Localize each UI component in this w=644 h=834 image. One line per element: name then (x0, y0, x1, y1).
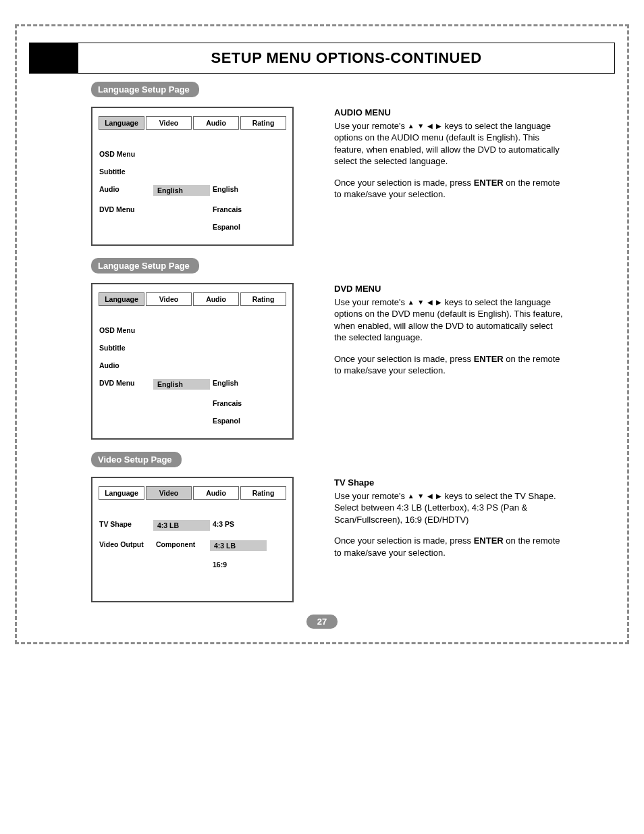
menu-item-osd: OSD Menu (99, 326, 153, 334)
menu-body: OSD Menu Subtitle Audio English English … (98, 150, 287, 231)
menu-screenshot-audio: Language Video Audio Rating OSD Menu Sub… (91, 107, 294, 246)
arrow-keys-icon: ▲ ▼ ◀ ▶ (408, 492, 442, 501)
menu-tabs: Language Video Audio Rating (98, 486, 287, 500)
menu-tab-audio: Audio (193, 486, 239, 500)
menu-item-osd: OSD Menu (99, 150, 153, 158)
menu-tab-language: Language (99, 486, 144, 500)
page-title: SETUP MENU OPTIONS-CONTINUED (78, 43, 614, 73)
menu-tab-video: Video (146, 116, 192, 130)
menu-tabs: Language Video Audio Rating (98, 292, 287, 306)
menu-tabs: Language Video Audio Rating (98, 116, 287, 130)
page-number: 27 (306, 615, 338, 629)
menu-item-subtitle: Subtitle (99, 167, 153, 176)
menu-tab-language: Language (99, 116, 144, 130)
menu-tab-video: Video (146, 292, 192, 306)
section-tab-language-2: Language Setup Page (91, 258, 199, 273)
menu-value-dvd: English (153, 379, 210, 390)
menu-item-dvd: DVD Menu (99, 205, 153, 213)
arrow-keys-icon: ▲ ▼ ◀ ▶ (408, 122, 442, 131)
desc-p1-audio: Use your remote's ▲ ▼ ◀ ▶ keys to select… (334, 120, 564, 167)
menu-item-subtitle: Subtitle (99, 344, 153, 352)
desc-p2-video: Once your selection is made, press ENTER… (334, 535, 564, 558)
section-row-1: Language Video Audio Rating OSD Menu Sub… (17, 107, 627, 246)
desc-heading-audio: AUDIO MENU (334, 107, 564, 119)
section-row-3: Language Video Audio Rating TV Shape 4:3… (17, 477, 627, 602)
menu-body: OSD Menu Subtitle Audio DVD Menu English… (98, 326, 287, 425)
menu-option-43lb: 4:3 LB (210, 540, 267, 551)
page-number-wrap: 27 (17, 615, 627, 629)
section-tab-video: Video Setup Page (91, 452, 182, 467)
menu-tab-rating: Rating (240, 292, 286, 306)
section-tab-language-1: Language Setup Page (91, 82, 199, 97)
desc-p1-dvd: Use your remote's ▲ ▼ ◀ ▶ keys to select… (334, 296, 564, 344)
menu-tab-language: Language (99, 292, 144, 306)
menu-screenshot-video: Language Video Audio Rating TV Shape 4:3… (91, 477, 294, 602)
menu-option-english: English (213, 185, 267, 196)
menu-item-dvd: DVD Menu (99, 379, 153, 390)
menu-tab-audio: Audio (193, 116, 239, 130)
menu-item-audio: Audio (99, 361, 153, 369)
menu-option-espanol: Espanol (213, 223, 267, 231)
section-row-2: Language Video Audio Rating OSD Menu Sub… (17, 283, 627, 440)
menu-value-videoout: Component (156, 540, 210, 551)
arrow-keys-icon: ▲ ▼ ◀ ▶ (408, 298, 442, 307)
menu-option-english: English (213, 379, 267, 390)
menu-item-tvshape: TV Shape (99, 520, 153, 531)
description-audio: AUDIO MENU Use your remote's ▲ ▼ ◀ ▶ key… (334, 107, 564, 210)
menu-tab-rating: Rating (240, 116, 286, 130)
menu-item-videoout: Video Output (99, 540, 153, 551)
menu-tab-video: Video (146, 486, 192, 500)
menu-option-169: 16:9 (213, 561, 267, 569)
desc-heading-dvd: DVD MENU (334, 283, 564, 295)
menu-value-audio: English (153, 185, 210, 196)
desc-p2-dvd: Once your selection is made, press ENTER… (334, 353, 564, 377)
menu-option-francais: Francais (213, 205, 267, 213)
menu-tab-rating: Rating (240, 486, 286, 500)
menu-screenshot-dvd: Language Video Audio Rating OSD Menu Sub… (91, 283, 294, 440)
menu-option-43ps: 4:3 PS (213, 520, 267, 531)
menu-item-audio: Audio (99, 185, 153, 196)
desc-p2-audio: Once your selection is made, press ENTER… (334, 177, 564, 201)
desc-heading-video: TV Shape (334, 477, 564, 489)
title-bar: SETUP MENU OPTIONS-CONTINUED (29, 43, 615, 74)
menu-option-francais: Francais (213, 399, 267, 407)
title-black-box (30, 43, 78, 73)
menu-tab-audio: Audio (193, 292, 239, 306)
menu-body: TV Shape 4:3 LB 4:3 PS Video Output Comp… (98, 520, 287, 588)
page-frame: SETUP MENU OPTIONS-CONTINUED Language Se… (15, 24, 629, 644)
description-video: TV Shape Use your remote's ▲ ▼ ◀ ▶ keys … (334, 477, 564, 568)
menu-option-espanol: Espanol (213, 417, 267, 425)
desc-p1-video: Use your remote's ▲ ▼ ◀ ▶ keys to select… (334, 490, 564, 526)
description-dvd: DVD MENU Use your remote's ▲ ▼ ◀ ▶ keys … (334, 283, 564, 386)
menu-value-tvshape: 4:3 LB (153, 520, 210, 531)
